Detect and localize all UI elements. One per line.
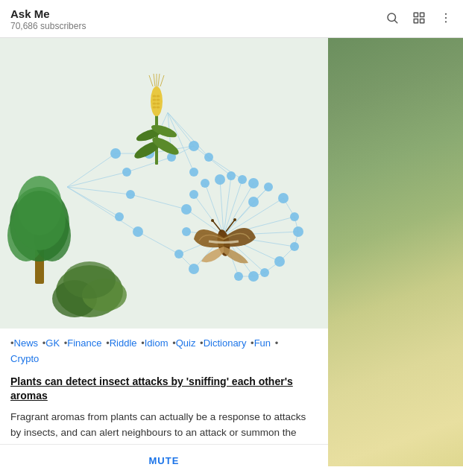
svg-point-110: [153, 107, 157, 109]
svg-point-108: [153, 103, 157, 105]
svg-point-66: [189, 168, 198, 177]
tag-idiom[interactable]: Idiom: [145, 337, 168, 349]
svg-point-109: [157, 103, 160, 105]
main-content: Subscribe- t.me/askmenow •News •GK •Fina…: [0, 38, 328, 476]
svg-point-77: [290, 242, 299, 251]
svg-point-85: [181, 204, 192, 215]
right-sidebar-panel: [328, 38, 463, 466]
svg-point-111: [157, 107, 160, 109]
tag-quiz[interactable]: Quiz: [176, 337, 196, 349]
channel-info: Ask Me 70,686 subscribers: [10, 7, 86, 31]
svg-point-120: [63, 261, 116, 299]
svg-point-73: [264, 183, 273, 191]
tag-fun[interactable]: Fun: [254, 337, 271, 349]
tag-news[interactable]: News: [14, 337, 39, 349]
post-image: Subscribe- t.me/askmenow: [0, 38, 328, 329]
svg-point-98: [151, 86, 163, 116]
content-wrapper: Subscribe- t.me/askmenow •News •GK •Fina…: [0, 38, 463, 476]
mute-bar: MUTE: [0, 444, 328, 476]
svg-point-116: [233, 218, 236, 221]
svg-point-107: [157, 99, 160, 101]
svg-point-75: [290, 212, 299, 221]
svg-point-8: [445, 21, 447, 22]
tag-finance[interactable]: Finance: [67, 337, 101, 349]
svg-rect-2: [414, 13, 418, 16]
svg-point-78: [274, 256, 285, 267]
svg-point-57: [110, 148, 121, 159]
svg-point-86: [189, 190, 198, 199]
header-actions: [385, 11, 453, 28]
tag-gk[interactable]: GK: [45, 337, 60, 349]
svg-point-69: [227, 171, 236, 180]
svg-point-59: [126, 190, 135, 199]
tag-dictionary[interactable]: Dictionary: [204, 337, 247, 349]
svg-point-65: [204, 153, 213, 162]
svg-point-58: [122, 168, 131, 177]
svg-point-80: [248, 271, 259, 282]
tag-riddle[interactable]: Riddle: [110, 337, 137, 349]
svg-point-71: [248, 178, 259, 188]
more-options-icon[interactable]: [439, 11, 453, 28]
svg-rect-5: [421, 19, 424, 22]
svg-point-81: [234, 272, 243, 281]
svg-point-115: [211, 219, 214, 222]
svg-point-72: [248, 197, 259, 207]
svg-point-76: [293, 226, 303, 237]
svg-point-79: [260, 268, 269, 277]
svg-rect-3: [421, 13, 424, 16]
svg-point-0: [388, 13, 396, 22]
svg-point-70: [238, 175, 247, 184]
svg-point-104: [153, 95, 157, 98]
svg-point-105: [157, 95, 160, 98]
svg-point-6: [445, 13, 447, 14]
tags-row: •News •GK •Finance •Riddle •Idiom •Quiz …: [0, 329, 328, 372]
svg-point-92: [13, 191, 66, 250]
layout-icon[interactable]: [412, 11, 426, 28]
svg-point-84: [182, 227, 191, 236]
svg-point-60: [115, 212, 124, 221]
network-visualization: Subscribe- t.me/askmenow: [0, 38, 328, 329]
app-header: Ask Me 70,686 subscribers: [0, 0, 463, 38]
mute-button[interactable]: MUTE: [149, 455, 180, 466]
svg-point-7: [445, 16, 447, 18]
svg-point-67: [201, 179, 210, 188]
svg-point-68: [215, 174, 225, 185]
channel-title: Ask Me: [10, 7, 86, 20]
subscriber-count: 70,686 subscribers: [10, 21, 86, 31]
svg-point-82: [189, 264, 199, 274]
svg-point-61: [133, 226, 143, 237]
svg-line-1: [394, 20, 397, 22]
article-title: Plants can detect insect attacks by 'sni…: [0, 372, 328, 410]
svg-rect-4: [414, 19, 418, 22]
svg-point-106: [153, 99, 157, 101]
svg-point-64: [189, 141, 199, 151]
tag-crypto[interactable]: Crypto: [10, 353, 39, 364]
svg-point-74: [278, 193, 289, 203]
svg-point-83: [174, 250, 183, 258]
search-icon[interactable]: [385, 11, 399, 28]
